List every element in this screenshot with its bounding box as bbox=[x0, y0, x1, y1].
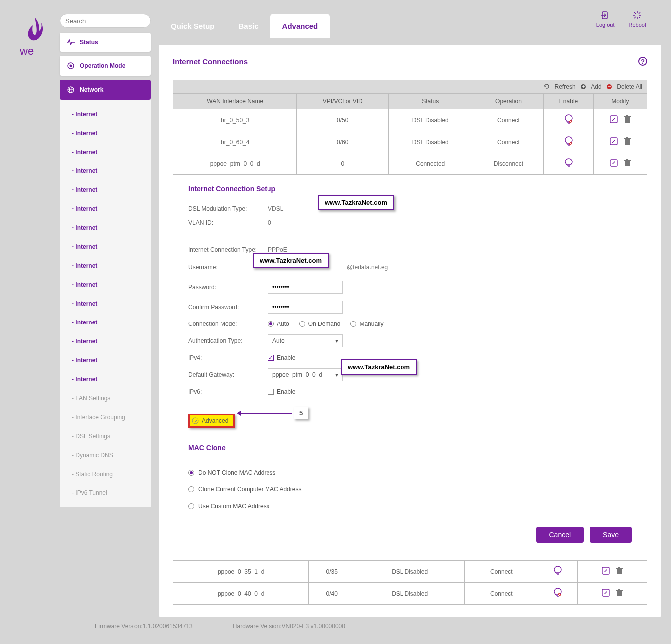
subnav-internet-8[interactable]: - Internet bbox=[72, 237, 151, 256]
th-modify: Modify bbox=[593, 94, 647, 109]
svg-rect-44 bbox=[624, 160, 631, 161]
svg-rect-61 bbox=[618, 589, 620, 590]
subnav-ifg[interactable]: - Interface Grouping bbox=[72, 408, 151, 427]
confirm-password-input[interactable] bbox=[268, 301, 343, 314]
trash-icon[interactable] bbox=[616, 567, 623, 575]
minus-icon bbox=[606, 84, 612, 90]
bulb-icon bbox=[564, 136, 573, 146]
mac-opt-2[interactable]: Clone Current Computer MAC Address bbox=[188, 481, 632, 498]
reboot-icon bbox=[633, 11, 642, 20]
logout-button[interactable]: Log out bbox=[596, 11, 615, 28]
nav-status-label: Status bbox=[80, 39, 98, 46]
search-box[interactable] bbox=[60, 14, 151, 28]
th-vpi: VPI/VCI or VID bbox=[297, 94, 389, 109]
subnav: - Internet - Internet - Internet - Inter… bbox=[60, 100, 151, 507]
plus-icon bbox=[580, 84, 586, 90]
save-button[interactable]: Save bbox=[590, 527, 632, 543]
delete-all-button[interactable]: Delete All bbox=[606, 83, 642, 90]
auth-type-select[interactable]: Auto▾ bbox=[268, 334, 343, 347]
subnav-lan[interactable]: - LAN Settings bbox=[72, 389, 151, 408]
cell-enable[interactable] bbox=[544, 109, 593, 131]
radio-manual[interactable]: Manually bbox=[350, 321, 383, 327]
subnav-ddns[interactable]: - Dynamic DNS bbox=[72, 446, 151, 465]
watermark-1: www.TazkraNet.com bbox=[318, 195, 394, 210]
search-input[interactable] bbox=[65, 17, 149, 25]
trash-icon[interactable] bbox=[624, 159, 631, 167]
edit-icon[interactable] bbox=[610, 115, 618, 123]
cell-enable[interactable] bbox=[538, 583, 577, 605]
svg-rect-50 bbox=[617, 569, 622, 574]
mac-opt-1[interactable]: Do NOT Clone MAC Address bbox=[188, 464, 632, 481]
subnav-internet-9[interactable]: - Internet bbox=[72, 256, 151, 275]
pulse-icon bbox=[67, 39, 75, 45]
th-wan: WAN Interface Name bbox=[173, 94, 297, 109]
cell-op[interactable]: Disconnect bbox=[473, 153, 544, 175]
nav-opmode-label: Operation Mode bbox=[80, 62, 125, 69]
password-input[interactable] bbox=[268, 281, 343, 294]
add-button[interactable]: Add bbox=[580, 83, 603, 90]
wan-table-2: pppoe_0_35_1_d 0/35 DSL Disabled Connect… bbox=[173, 560, 647, 605]
ipv4-enable-label: Enable bbox=[277, 354, 295, 361]
edit-icon[interactable] bbox=[610, 159, 618, 167]
cell-status: DSL Disabled bbox=[355, 583, 465, 605]
nav-status[interactable]: Status bbox=[60, 33, 151, 52]
cell-vpi: 0/50 bbox=[297, 109, 389, 131]
ipv6-checkbox[interactable] bbox=[268, 389, 274, 395]
tab-basic[interactable]: Basic bbox=[227, 14, 270, 38]
radio-auto[interactable]: Auto bbox=[268, 321, 289, 327]
subnav-internet-3[interactable]: - Internet bbox=[72, 143, 151, 161]
refresh-button[interactable]: Refresh bbox=[544, 83, 577, 90]
conn-mode-label: Connection Mode: bbox=[188, 321, 268, 327]
cell-vpi: 0/35 bbox=[309, 561, 355, 583]
conn-type-label: Internet Connection Type: bbox=[188, 246, 268, 253]
ipv4-checkbox[interactable]: ✓ bbox=[268, 355, 274, 361]
svg-rect-60 bbox=[616, 590, 623, 591]
subnav-dsl[interactable]: - DSL Settings bbox=[72, 427, 151, 446]
edit-icon[interactable] bbox=[602, 589, 610, 597]
subnav-internet-5[interactable]: - Internet bbox=[72, 180, 151, 199]
mac-opt-3[interactable]: Use Custom MAC Address bbox=[188, 498, 632, 515]
svg-rect-51 bbox=[616, 568, 623, 569]
cell-vpi: 0/60 bbox=[297, 131, 389, 153]
cell-vpi: 0/40 bbox=[309, 583, 355, 605]
cancel-button[interactable]: Cancel bbox=[536, 527, 584, 543]
radio-ondemand[interactable]: On Demand bbox=[299, 321, 341, 327]
subnav-internet-2[interactable]: - Internet bbox=[72, 124, 151, 143]
subnav-static[interactable]: - Static Routing bbox=[72, 465, 151, 483]
subnav-internet-14[interactable]: - Internet bbox=[72, 351, 151, 370]
wan-table: WAN Interface Name VPI/VCI or VID Status… bbox=[173, 93, 647, 175]
subnav-ipv6t[interactable]: - IPv6 Tunnel bbox=[72, 483, 151, 502]
help-button[interactable]: ? bbox=[638, 57, 647, 66]
flame-icon bbox=[25, 16, 45, 44]
table-row: pppoe_ptm_0_0_d 0 Connected Disconnect bbox=[173, 153, 647, 175]
trash-icon[interactable] bbox=[624, 115, 631, 123]
cell-enable[interactable] bbox=[544, 131, 593, 153]
subnav-internet-4[interactable]: - Internet bbox=[72, 161, 151, 180]
subnav-internet-10[interactable]: - Internet bbox=[72, 275, 151, 294]
subnav-internet-1[interactable]: - Internet bbox=[72, 105, 151, 124]
cell-enable[interactable] bbox=[544, 153, 593, 175]
tab-advanced[interactable]: Advanced bbox=[270, 14, 330, 38]
mac-clone-title: MAC Clone bbox=[188, 444, 632, 456]
page-title: Internet Connections bbox=[173, 57, 248, 66]
trash-icon[interactable] bbox=[624, 137, 631, 145]
cell-modify bbox=[593, 109, 647, 131]
reboot-button[interactable]: Reboot bbox=[629, 11, 646, 28]
logout-icon bbox=[601, 11, 610, 20]
nav-network[interactable]: Network bbox=[60, 80, 151, 100]
gateway-select[interactable]: pppoe_ptm_0_0_d▾ bbox=[268, 368, 343, 381]
edit-icon[interactable] bbox=[610, 137, 618, 145]
cell-name: pppoe_0_35_1_d bbox=[173, 561, 309, 583]
edit-icon[interactable] bbox=[602, 567, 610, 575]
nav-operation-mode[interactable]: Operation Mode bbox=[60, 56, 151, 76]
cell-enable[interactable] bbox=[538, 561, 577, 583]
trash-icon[interactable] bbox=[616, 589, 623, 597]
subnav-internet-11[interactable]: - Internet bbox=[72, 294, 151, 313]
subnav-internet-13[interactable]: - Internet bbox=[72, 332, 151, 351]
advanced-toggle[interactable]: Advanced bbox=[188, 414, 235, 428]
subnav-internet-15[interactable]: - Internet bbox=[72, 370, 151, 389]
subnav-internet-6[interactable]: - Internet bbox=[72, 199, 151, 218]
subnav-internet-12[interactable]: - Internet bbox=[72, 313, 151, 332]
subnav-internet-7[interactable]: - Internet bbox=[72, 218, 151, 237]
tab-quick-setup[interactable]: Quick Setup bbox=[159, 14, 227, 38]
